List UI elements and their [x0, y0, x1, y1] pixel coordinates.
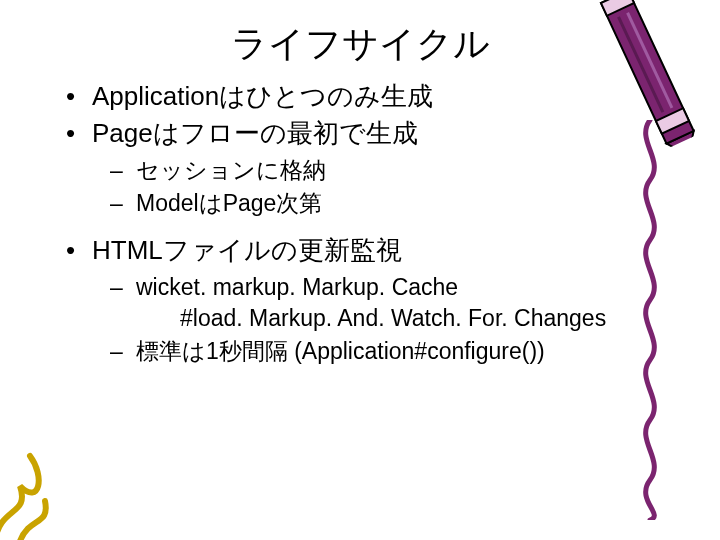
- slide-title: ライフサイクル: [0, 0, 720, 79]
- slide: ライフサイクル Applicationはひとつのみ生成 Pageはフローの最初で…: [0, 0, 720, 540]
- scribble-icon: [0, 446, 110, 540]
- bullet-item: Applicationはひとつのみ生成: [64, 79, 610, 114]
- bullet-item: Pageはフローの最初で生成 セッションに格納 ModelはPage次第: [64, 116, 610, 219]
- bullet-list: Applicationはひとつのみ生成 Pageはフローの最初で生成 セッション…: [64, 79, 610, 368]
- sub-bullet-list: セッションに格納 ModelはPage次第: [92, 155, 610, 219]
- slide-content: Applicationはひとつのみ生成 Pageはフローの最初で生成 セッション…: [0, 79, 720, 368]
- bullet-text: HTMLファイルの更新監視: [92, 235, 402, 265]
- sub-bullet-item: wicket. markup. Markup. Cache #load. Mar…: [92, 272, 610, 334]
- sub-bullet-item: 標準は1秒間隔 (Application#configure()): [92, 336, 610, 367]
- sub-bullet-item: セッションに格納: [92, 155, 610, 186]
- sub-bullet-text-cont: #load. Markup. And. Watch. For. Changes: [136, 303, 610, 334]
- sub-bullet-list: wicket. markup. Markup. Cache #load. Mar…: [92, 272, 610, 367]
- sub-bullet-text: 標準は1秒間隔 (Application#configure()): [136, 338, 545, 364]
- bullet-item: HTMLファイルの更新監視 wicket. markup. Markup. Ca…: [64, 233, 610, 367]
- bullet-text: Pageはフローの最初で生成: [92, 118, 418, 148]
- sub-bullet-item: ModelはPage次第: [92, 188, 610, 219]
- bullet-text: Applicationはひとつのみ生成: [92, 81, 433, 111]
- sub-bullet-text: ModelはPage次第: [136, 190, 322, 216]
- sub-bullet-text: セッションに格納: [136, 157, 326, 183]
- sub-bullet-text: wicket. markup. Markup. Cache: [136, 274, 458, 300]
